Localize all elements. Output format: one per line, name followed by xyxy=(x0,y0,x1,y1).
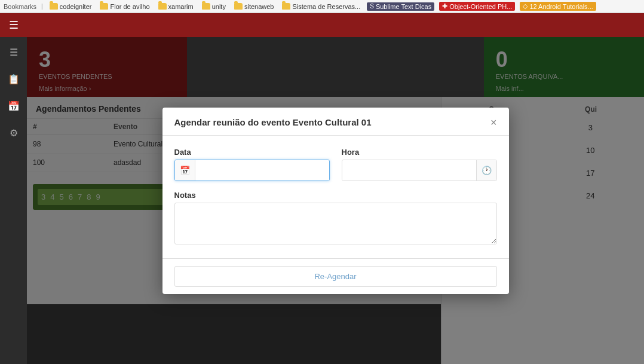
bookmark-oop[interactable]: ✚ Object-Oriented PH... xyxy=(439,2,515,11)
notas-label: Notas xyxy=(174,191,497,200)
main-area: ☰ 📋 📅 ⚙ 3 EVENTOS PENDENTES Mais informa… xyxy=(0,37,644,364)
modal-dialog: Agendar reunião do evento Evento Cultura… xyxy=(162,108,509,294)
content-area: 3 EVENTOS PENDENTES Mais informação › 0 … xyxy=(27,37,644,364)
reschedule-button[interactable]: Re-Agendar xyxy=(174,266,497,287)
modal-close-button[interactable]: × xyxy=(490,117,497,128)
app-header: ☰ xyxy=(0,13,644,37)
bookmarks-bar: Bookmarks | codeigniter Flor de avilho x… xyxy=(0,0,644,13)
bookmark-sistema[interactable]: Sistema de Reservas... xyxy=(280,2,362,11)
folder-icon xyxy=(202,3,210,10)
sidebar: ☰ 📋 📅 ⚙ xyxy=(0,37,27,364)
hora-input[interactable] xyxy=(342,160,476,181)
folder-icon xyxy=(100,3,108,10)
bookmark-codeigniter[interactable]: codeigniter xyxy=(48,2,94,11)
data-input-wrapper: 📅 xyxy=(174,160,330,181)
data-input[interactable] xyxy=(195,160,329,181)
modal-title: Agendar reunião do evento Evento Cultura… xyxy=(174,117,372,127)
hora-label: Hora xyxy=(342,148,497,157)
clock-icon: 🕐 xyxy=(476,160,496,181)
notas-textarea[interactable] xyxy=(174,203,497,244)
bookmark-unity[interactable]: unity xyxy=(200,2,228,11)
sidebar-icon-calendar[interactable]: 📅 xyxy=(5,97,23,115)
hora-input-wrapper: 🕐 xyxy=(342,160,497,181)
oop-icon: ✚ xyxy=(442,2,447,10)
folder-icon xyxy=(282,3,290,10)
form-group-hora: Hora 🕐 xyxy=(342,148,497,181)
modal-backdrop: Agendar reunião do evento Evento Cultura… xyxy=(27,37,644,364)
form-row-date-time: Data 📅 Hora 🕐 xyxy=(174,148,497,181)
modal-header: Agendar reunião do evento Evento Cultura… xyxy=(162,108,509,136)
folder-icon xyxy=(158,3,167,10)
bookmark-sublime[interactable]: S Sublime Text Dicas xyxy=(367,2,434,11)
folder-icon xyxy=(50,3,58,10)
bm-separator: | xyxy=(41,3,43,10)
bookmark-flor[interactable]: Flor de avilho xyxy=(98,2,151,11)
sublime-icon: S xyxy=(370,3,374,10)
bookmark-xamarim[interactable]: xamarim xyxy=(157,2,195,11)
form-group-notas: Notas xyxy=(174,191,497,246)
modal-body: Data 📅 Hora 🕐 xyxy=(162,136,509,258)
form-group-data: Data 📅 xyxy=(174,148,330,181)
folder-icon xyxy=(234,3,243,10)
sidebar-icon-menu[interactable]: ☰ xyxy=(5,43,23,61)
bookmark-sitenaweb[interactable]: sitenaweb xyxy=(232,2,276,11)
android-icon: ◇ xyxy=(523,2,528,10)
sidebar-icon-settings[interactable]: ⚙ xyxy=(5,124,23,142)
modal-footer: Re-Agendar xyxy=(162,258,509,294)
bookmark-android[interactable]: ◇ 12 Android Tutorials... xyxy=(520,2,596,11)
calendar-icon: 📅 xyxy=(175,160,195,181)
hamburger-menu[interactable]: ☰ xyxy=(9,19,19,32)
bookmarks-label: Bookmarks xyxy=(4,3,36,10)
data-label: Data xyxy=(174,148,330,157)
sidebar-icon-list[interactable]: 📋 xyxy=(5,70,23,88)
